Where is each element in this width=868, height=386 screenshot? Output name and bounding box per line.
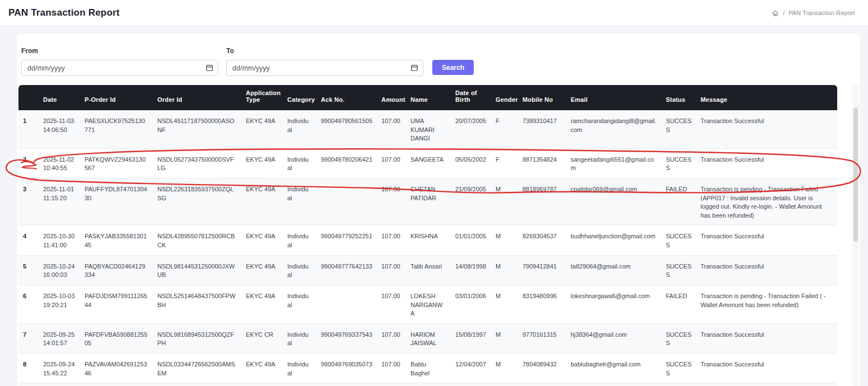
cell-mobile-no: 7389310417 xyxy=(518,110,566,148)
cell-index: 9 xyxy=(18,383,39,386)
cell-mobile-no: 8319480996 xyxy=(518,285,566,323)
cell-ack-no: 990049768624943 xyxy=(316,383,377,386)
cell-gender: F xyxy=(491,383,518,386)
calendar-icon[interactable] xyxy=(410,64,418,72)
breadcrumb-current[interactable]: PAN Transaction Report xyxy=(788,10,855,16)
cell-status: FAILED xyxy=(661,285,696,323)
cell-date-of-birth: 20/07/2005 xyxy=(451,110,491,148)
cell-application-type: EKYC 49A xyxy=(241,110,283,148)
col-index xyxy=(18,85,39,110)
cell-name: Talib Ansari xyxy=(406,255,451,285)
col-date: Date xyxy=(39,85,80,110)
cell-gender: F xyxy=(491,148,518,178)
cell-ack-no xyxy=(316,178,377,225)
cell-ack-no: 990049780561505 xyxy=(316,110,377,148)
cell-ack-no: 990049780206421 xyxy=(316,148,377,178)
table-row: 82025-09-24 15:45:22PAZVAVAM04269125346N… xyxy=(18,353,837,383)
cell-email: budhhanetjunction@gmail.com xyxy=(566,225,661,255)
cell-amount: 107.00 xyxy=(377,148,406,178)
cell-status: FAILED xyxy=(661,178,696,225)
col-status: Status xyxy=(661,85,696,110)
cell-date-of-birth: 06/05/2000 xyxy=(451,383,491,386)
cell-email: sangeetadangi6551@gmail.com xyxy=(566,148,661,178)
cell-application-type: EKYC 49A xyxy=(241,255,283,285)
cell-date-of-birth: 14/08/1998 xyxy=(451,255,491,285)
cell-application-type: EKYC 49A xyxy=(241,225,283,255)
cell-p-order-id: PAQBYACD02464129334 xyxy=(80,255,153,285)
cell-mobile-no: 8269304537 xyxy=(518,225,566,255)
cell-status: SUCCESS xyxy=(661,255,696,285)
cell-order-id: NSDL52514648437500FPWBH xyxy=(153,285,241,323)
cell-index: 6 xyxy=(18,285,39,323)
cell-email: ramcharandangidangi8@gmail.com xyxy=(566,110,661,148)
to-date-input[interactable] xyxy=(226,60,423,76)
to-label: To xyxy=(226,47,423,55)
cell-mobile-no: 8818969787 xyxy=(518,178,566,225)
col-gender: Gender xyxy=(491,85,518,110)
cell-date: 2025-09-24 15:45:22 xyxy=(39,353,80,383)
cell-ack-no: 990049769035073 xyxy=(316,353,377,383)
cell-gender: M xyxy=(491,255,518,285)
cell-category: Individual xyxy=(283,383,316,386)
cell-index: 7 xyxy=(18,323,39,353)
cell-message: Transaction is pending - Transaction Fai… xyxy=(696,285,837,323)
table-header: DateP-Order IdOrder IdApplication TypeCa… xyxy=(18,85,837,110)
cell-status: SUCCESS xyxy=(661,225,696,255)
cell-ack-no: 990049779252251 xyxy=(316,225,377,255)
home-icon[interactable] xyxy=(772,10,779,17)
cell-ack-no: 990049769337543 xyxy=(316,323,377,353)
cell-p-order-id: PAESXUCK97525130771 xyxy=(80,110,153,148)
table-header-row: DateP-Order IdOrder IdApplication TypeCa… xyxy=(18,85,837,110)
cell-application-type: EKYC CR xyxy=(241,323,283,353)
cell-mobile-no: 8871354824 xyxy=(518,148,566,178)
cell-application-type: EKYC 49A xyxy=(241,383,283,386)
cell-name: KRISHNA xyxy=(406,225,451,255)
col-ack-no: Ack No. xyxy=(316,85,377,110)
search-button[interactable]: Search xyxy=(432,60,474,75)
cell-category: Individual xyxy=(283,148,316,178)
cell-p-order-id: PAQKQCPA37722125168 xyxy=(80,383,153,386)
cell-name: SANGEETA xyxy=(406,148,451,178)
transactions-table-wrap: DateP-Order IdOrder IdApplication TypeCa… xyxy=(17,85,860,386)
table-row: 32025-11-01 11:15:20PAUFFYDL87470130430N… xyxy=(18,178,837,225)
table-scrollbar[interactable] xyxy=(852,85,859,386)
cell-email: ta829064@gmail.com xyxy=(566,255,661,285)
cell-message: Transaction Successful xyxy=(696,255,837,285)
cell-message: Transaction Successful xyxy=(696,148,837,178)
from-date-input[interactable] xyxy=(21,60,218,76)
cell-gender: M xyxy=(491,225,518,255)
cell-application-type: EKYC 49A xyxy=(241,178,283,225)
cell-p-order-id: PAUFFYDL87470130430 xyxy=(80,178,153,225)
cell-date: 2025-09-25 14:01:57 xyxy=(39,323,80,353)
cell-message: Transaction Successful xyxy=(696,353,837,383)
col-message: Message xyxy=(696,85,837,110)
table-row: 72025-09-25 14:01:57PAFDFVBA59088125505N… xyxy=(18,323,837,353)
cell-order-id: NSDL98144531250000JXWUB xyxy=(153,255,241,285)
calendar-icon[interactable] xyxy=(206,64,213,72)
cell-date: 2025-10-03 19:20:21 xyxy=(39,285,80,323)
cell-amount: 107.00 xyxy=(377,383,406,386)
cell-p-order-id: PAZVAVAM04269125346 xyxy=(80,353,153,383)
cell-index: 8 xyxy=(18,353,39,383)
cell-category: Individual xyxy=(283,323,316,353)
cell-mobile-no: 8889793040 xyxy=(518,383,566,386)
cell-date-of-birth: 05/05/2002 xyxy=(451,148,491,178)
scrollbar-thumb[interactable] xyxy=(853,107,858,242)
cell-date: 2025-11-03 14:06:50 xyxy=(39,110,80,148)
from-date-field: From xyxy=(21,47,218,76)
cell-date: 2025-10-24 16:00:03 xyxy=(39,255,80,285)
cell-index: 4 xyxy=(18,225,39,255)
cell-message: Transaction Successful xyxy=(696,225,837,255)
col-name: Name xyxy=(406,85,451,110)
cell-gender: M xyxy=(491,353,518,383)
cell-message: Transaction Successful xyxy=(696,323,837,353)
cell-order-id: NSDL98168945312500QZFPH xyxy=(153,323,241,353)
cell-status: SUCCESS xyxy=(661,353,696,383)
cell-ack-no xyxy=(316,285,377,323)
cell-p-order-id: PATKQWVZ29463130567 xyxy=(80,148,153,178)
cell-category: Individual xyxy=(283,110,316,148)
cell-date-of-birth: 15/08/1997 xyxy=(451,323,491,353)
table-body: 12025-11-03 14:06:50PAESXUCK97525130771N… xyxy=(18,110,837,386)
col-p-order-id: P-Order Id xyxy=(80,85,153,110)
table-row: 52025-10-24 16:00:03PAQBYACD02464129334N… xyxy=(18,255,837,285)
